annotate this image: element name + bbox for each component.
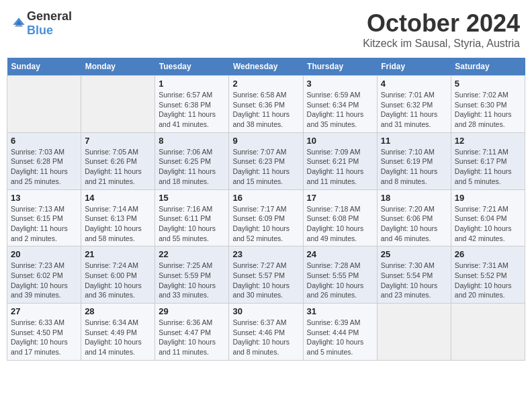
day-info: Sunrise: 7:13 AM Sunset: 6:15 PM Dayligh… — [11, 204, 77, 244]
calendar-cell: 9Sunrise: 7:07 AM Sunset: 6:23 PM Daylig… — [229, 132, 303, 189]
weekday-header-monday: Monday — [81, 58, 155, 76]
day-info: Sunrise: 6:59 AM Sunset: 6:34 PM Dayligh… — [307, 90, 373, 130]
calendar-cell: 28Sunrise: 6:34 AM Sunset: 4:49 PM Dayli… — [81, 304, 155, 361]
page-header: General Blue October 2024 Kitzeck im Sau… — [7, 7, 525, 52]
calendar-cell: 21Sunrise: 7:24 AM Sunset: 6:00 PM Dayli… — [81, 246, 155, 304]
weekday-header-saturday: Saturday — [451, 58, 525, 76]
day-number: 21 — [85, 249, 151, 259]
calendar-cell: 30Sunrise: 6:37 AM Sunset: 4:46 PM Dayli… — [229, 304, 303, 361]
day-info: Sunrise: 7:31 AM Sunset: 5:52 PM Dayligh… — [455, 261, 521, 300]
day-number: 2 — [232, 79, 299, 89]
day-info: Sunrise: 7:17 AM Sunset: 6:09 PM Dayligh… — [232, 204, 299, 244]
calendar-cell: 1Sunrise: 6:57 AM Sunset: 6:38 PM Daylig… — [155, 76, 229, 133]
day-info: Sunrise: 7:09 AM Sunset: 6:21 PM Dayligh… — [307, 147, 373, 187]
calendar-cell: 10Sunrise: 7:09 AM Sunset: 6:21 PM Dayli… — [303, 132, 377, 189]
weekday-header-sunday: Sunday — [7, 58, 81, 76]
calendar-week-4: 20Sunrise: 7:23 AM Sunset: 6:02 PM Dayli… — [7, 246, 525, 304]
day-number: 20 — [11, 249, 77, 259]
month-title: October 2024 — [363, 9, 520, 38]
day-number: 24 — [307, 249, 373, 259]
day-number: 29 — [159, 306, 225, 316]
logo: General Blue — [12, 9, 72, 38]
day-info: Sunrise: 7:14 AM Sunset: 6:13 PM Dayligh… — [85, 204, 151, 244]
day-info: Sunrise: 7:28 AM Sunset: 5:55 PM Dayligh… — [307, 261, 373, 300]
day-number: 7 — [85, 136, 151, 146]
day-number: 4 — [381, 79, 447, 89]
calendar-cell: 15Sunrise: 7:16 AM Sunset: 6:11 PM Dayli… — [155, 189, 229, 246]
calendar-week-2: 6Sunrise: 7:03 AM Sunset: 6:28 PM Daylig… — [7, 132, 525, 189]
calendar-cell: 7Sunrise: 7:05 AM Sunset: 6:26 PM Daylig… — [81, 132, 155, 189]
day-number: 12 — [455, 136, 521, 146]
day-number: 10 — [307, 136, 373, 146]
calendar-cell: 4Sunrise: 7:01 AM Sunset: 6:32 PM Daylig… — [377, 76, 451, 133]
day-number: 25 — [381, 249, 447, 259]
calendar-cell: 8Sunrise: 7:06 AM Sunset: 6:25 PM Daylig… — [155, 132, 229, 189]
calendar-cell: 19Sunrise: 7:21 AM Sunset: 6:04 PM Dayli… — [451, 189, 525, 246]
calendar-cell: 26Sunrise: 7:31 AM Sunset: 5:52 PM Dayli… — [451, 246, 525, 304]
calendar-cell: 22Sunrise: 7:25 AM Sunset: 5:59 PM Dayli… — [155, 246, 229, 304]
day-number: 31 — [307, 306, 373, 316]
calendar-cell — [377, 304, 451, 361]
calendar-week-1: 1Sunrise: 6:57 AM Sunset: 6:38 PM Daylig… — [7, 76, 525, 133]
day-info: Sunrise: 6:57 AM Sunset: 6:38 PM Dayligh… — [159, 90, 225, 130]
day-number: 19 — [455, 193, 521, 203]
calendar-cell — [7, 76, 81, 133]
calendar-cell: 14Sunrise: 7:14 AM Sunset: 6:13 PM Dayli… — [81, 189, 155, 246]
weekday-header-tuesday: Tuesday — [155, 58, 229, 76]
day-number: 23 — [232, 249, 299, 259]
calendar-cell: 2Sunrise: 6:58 AM Sunset: 6:36 PM Daylig… — [229, 76, 303, 133]
weekday-header-wednesday: Wednesday — [229, 58, 303, 76]
day-number: 6 — [11, 136, 77, 146]
calendar-cell: 18Sunrise: 7:20 AM Sunset: 6:06 PM Dayli… — [377, 189, 451, 246]
calendar-cell: 16Sunrise: 7:17 AM Sunset: 6:09 PM Dayli… — [229, 189, 303, 246]
day-info: Sunrise: 7:23 AM Sunset: 6:02 PM Dayligh… — [11, 261, 77, 300]
day-info: Sunrise: 7:21 AM Sunset: 6:04 PM Dayligh… — [455, 204, 521, 244]
calendar-cell: 23Sunrise: 7:27 AM Sunset: 5:57 PM Dayli… — [229, 246, 303, 304]
calendar-cell: 11Sunrise: 7:10 AM Sunset: 6:19 PM Dayli… — [377, 132, 451, 189]
day-info: Sunrise: 6:58 AM Sunset: 6:36 PM Dayligh… — [232, 90, 299, 130]
day-number: 16 — [232, 193, 299, 203]
calendar-cell: 5Sunrise: 7:02 AM Sunset: 6:30 PM Daylig… — [451, 76, 525, 133]
weekday-header-thursday: Thursday — [303, 58, 377, 76]
day-number: 26 — [455, 249, 521, 259]
day-number: 3 — [307, 79, 373, 89]
day-number: 27 — [11, 306, 77, 316]
day-info: Sunrise: 7:27 AM Sunset: 5:57 PM Dayligh… — [232, 261, 299, 300]
day-number: 18 — [381, 193, 447, 203]
day-info: Sunrise: 7:01 AM Sunset: 6:32 PM Dayligh… — [381, 90, 447, 130]
day-info: Sunrise: 7:11 AM Sunset: 6:17 PM Dayligh… — [455, 147, 521, 187]
day-number: 14 — [85, 193, 151, 203]
calendar-cell: 20Sunrise: 7:23 AM Sunset: 6:02 PM Dayli… — [7, 246, 81, 304]
logo-text-blue: Blue — [27, 24, 53, 37]
calendar-cell: 12Sunrise: 7:11 AM Sunset: 6:17 PM Dayli… — [451, 132, 525, 189]
day-info: Sunrise: 7:02 AM Sunset: 6:30 PM Dayligh… — [455, 90, 521, 130]
day-info: Sunrise: 7:05 AM Sunset: 6:26 PM Dayligh… — [85, 147, 151, 187]
day-info: Sunrise: 6:39 AM Sunset: 4:44 PM Dayligh… — [307, 318, 373, 357]
calendar-cell: 25Sunrise: 7:30 AM Sunset: 5:54 PM Dayli… — [377, 246, 451, 304]
day-info: Sunrise: 6:37 AM Sunset: 4:46 PM Dayligh… — [232, 318, 299, 357]
day-info: Sunrise: 7:10 AM Sunset: 6:19 PM Dayligh… — [381, 147, 447, 187]
calendar-week-3: 13Sunrise: 7:13 AM Sunset: 6:15 PM Dayli… — [7, 189, 525, 246]
calendar-cell: 17Sunrise: 7:18 AM Sunset: 6:08 PM Dayli… — [303, 189, 377, 246]
day-number: 15 — [159, 193, 225, 203]
day-info: Sunrise: 7:20 AM Sunset: 6:06 PM Dayligh… — [381, 204, 447, 244]
calendar-cell: 3Sunrise: 6:59 AM Sunset: 6:34 PM Daylig… — [303, 76, 377, 133]
day-info: Sunrise: 6:33 AM Sunset: 4:50 PM Dayligh… — [11, 318, 77, 357]
day-info: Sunrise: 7:06 AM Sunset: 6:25 PM Dayligh… — [159, 147, 225, 187]
calendar-cell: 6Sunrise: 7:03 AM Sunset: 6:28 PM Daylig… — [7, 132, 81, 189]
title-block: October 2024 Kitzeck im Sausal, Styria, … — [363, 9, 520, 50]
day-info: Sunrise: 7:16 AM Sunset: 6:11 PM Dayligh… — [159, 204, 225, 244]
calendar-table: SundayMondayTuesdayWednesdayThursdayFrid… — [7, 58, 525, 361]
day-number: 11 — [381, 136, 447, 146]
day-number: 13 — [11, 193, 77, 203]
day-info: Sunrise: 6:36 AM Sunset: 4:47 PM Dayligh… — [159, 318, 225, 357]
calendar-cell: 27Sunrise: 6:33 AM Sunset: 4:50 PM Dayli… — [7, 304, 81, 361]
day-info: Sunrise: 7:03 AM Sunset: 6:28 PM Dayligh… — [11, 147, 77, 187]
day-info: Sunrise: 7:18 AM Sunset: 6:08 PM Dayligh… — [307, 204, 373, 244]
day-number: 17 — [307, 193, 373, 203]
day-info: Sunrise: 7:24 AM Sunset: 6:00 PM Dayligh… — [85, 261, 151, 300]
weekday-header-friday: Friday — [377, 58, 451, 76]
logo-icon — [12, 17, 26, 30]
day-info: Sunrise: 7:07 AM Sunset: 6:23 PM Dayligh… — [232, 147, 299, 187]
logo-text-general: General — [27, 9, 72, 23]
